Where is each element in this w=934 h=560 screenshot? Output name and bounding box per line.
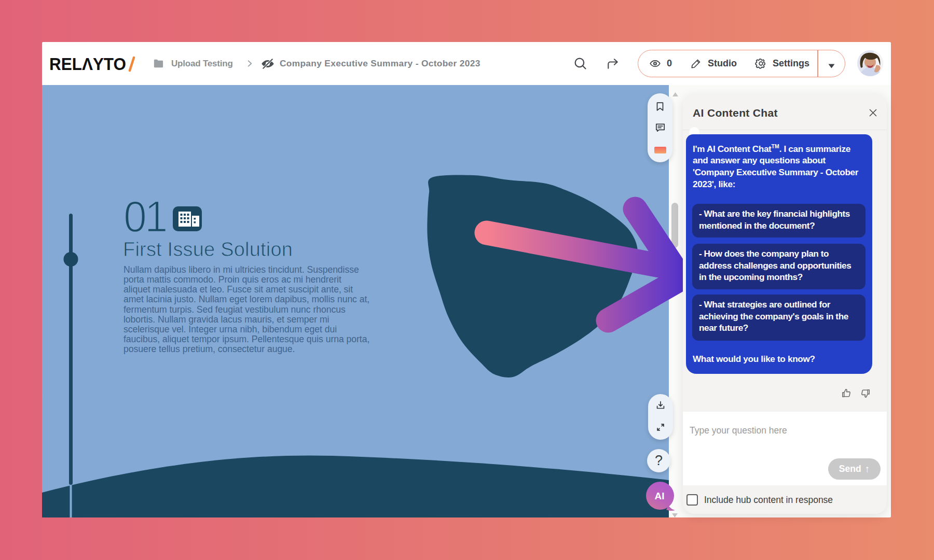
svg-text:RELΛYTO: RELΛYTO	[49, 55, 126, 74]
svg-text:?: ?	[655, 453, 663, 468]
svg-text:AI: AI	[655, 491, 665, 501]
